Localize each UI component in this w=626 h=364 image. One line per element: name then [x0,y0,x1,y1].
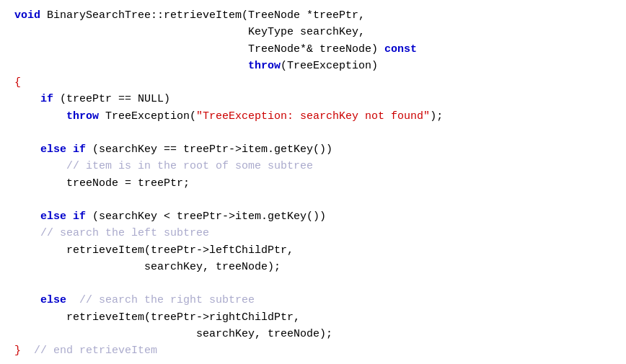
code-line-10: // item is in the root of some subtree [14,158,612,174]
code-line-15: retrieveItem(treePtr->leftChildPtr, [14,242,612,259]
code-line-13: else if (searchKey < treePtr->item.getKe… [14,208,612,225]
keyword-if: if [40,93,53,105]
comment-root: // item is in the root of some subtree [66,160,313,172]
code-indent [14,294,40,306]
code-text [14,60,248,72]
code-text: (TreeException) [281,60,378,72]
code-text: (treePtr == NULL) [53,93,170,105]
code-text: ); [430,110,443,123]
comment-right: // search the right subtree [79,294,255,306]
code-container: void BinarySearchTree::retrieveItem(Tree… [0,0,626,364]
code-text: retrieveItem(treePtr->rightChildPtr, [14,311,300,324]
code-line-9: else if (searchKey == treePtr->item.getK… [14,141,612,158]
code-text: TreeException( [99,110,196,123]
code-indent [14,210,40,223]
code-line-1: void BinarySearchTree::retrieveItem(Tree… [14,7,612,24]
code-text: KeyType searchKey, [14,26,365,38]
comment-end: // end retrieveItem [34,345,157,357]
code-text: searchKey, treeNode); [14,328,332,340]
code-line-19: retrieveItem(treePtr->rightChildPtr, [14,309,612,326]
keyword-else: else [40,294,66,306]
code-line-16: searchKey, treeNode); [14,259,612,275]
keyword-throw: throw [248,60,281,72]
close-brace: } [14,345,21,357]
code-line-6: if (treePtr == NULL) [14,91,612,107]
code-line-12 [14,192,612,208]
code-text: (searchKey < treePtr->item.getKey()) [86,210,326,223]
code-text: treeNode = treePtr; [14,177,190,190]
code-indent [14,110,66,123]
code-line-14: // search the left subtree [14,225,612,241]
keyword-const: const [384,43,417,56]
code-text: TreeNode*& treeNode) [14,43,384,56]
comment-left: // search the left subtree [40,227,209,239]
keyword-else-if1: else if [40,143,86,156]
code-text: retrieveItem(treePtr->leftChildPtr, [14,244,294,257]
code-indent [14,227,40,239]
code-text: searchKey, treeNode); [14,261,281,273]
code-line-8 [14,125,612,141]
code-line-21: } // end retrieveItem [14,342,612,359]
string-literal: "TreeException: searchKey not found" [196,110,430,123]
keyword-else-if2: else if [40,210,86,223]
code-indent [14,143,40,156]
code-text: (searchKey == treePtr->item.getKey()) [86,143,332,156]
code-line-18: else // search the right subtree [14,292,612,308]
keyword-throw2: throw [66,110,99,123]
code-indent [14,160,66,172]
code-line-2: KeyType searchKey, [14,24,612,40]
code-line-7: throw TreeException("TreeException: sear… [14,108,612,125]
code-line-4: throw(TreeException) [14,58,612,74]
code-line-17 [14,275,612,292]
code-line-20: searchKey, treeNode); [14,326,612,342]
code-indent [14,93,40,105]
keyword-void: void [14,9,47,22]
code-line-5: { [14,74,612,91]
code-line-11: treeNode = treePtr; [14,175,612,192]
code-text: BinarySearchTree::retrieveItem(TreeNode … [47,9,365,22]
code-text [21,345,34,357]
open-brace: { [14,76,21,89]
code-text [66,294,79,306]
code-line-3: TreeNode*& treeNode) const [14,41,612,58]
